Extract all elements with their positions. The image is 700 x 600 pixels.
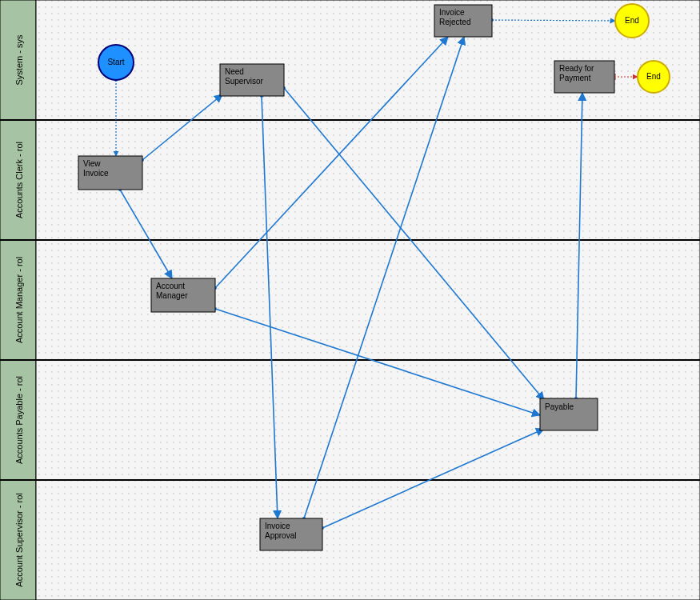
svg-text:Account
        Manager: Account Manager <box>156 282 188 300</box>
node-ready-payment[interactable]: Ready for Payment <box>554 61 614 93</box>
lane-label-sys: System - sys <box>14 34 24 85</box>
node-account-manager[interactable]: Account Manager <box>151 278 215 312</box>
node-end-2[interactable]: End <box>638 61 670 93</box>
lane-body-sup <box>36 480 700 600</box>
node-start[interactable]: Start <box>98 45 134 80</box>
node-invoice-rejected[interactable]: Invoice Rejected <box>434 5 492 37</box>
node-view-invoice[interactable]: View Invoice <box>78 156 142 190</box>
lane-label-sup: Account Supervisor - rol <box>14 493 24 586</box>
svg-text:End: End <box>625 16 639 25</box>
lane-body-mgr <box>36 240 700 360</box>
svg-text:Ready for
        Payment: Ready for Payment <box>559 64 596 82</box>
svg-text:Invoice
        Approval: Invoice Approval <box>265 522 296 540</box>
svg-text:Invoice
        Rejected: Invoice Rejected <box>439 8 470 26</box>
lane-body-sys <box>36 0 700 120</box>
svg-text:Payable: Payable <box>545 402 574 411</box>
lane-label-ap: Accounts Payable - rol <box>14 376 24 464</box>
node-invoice-approval[interactable]: Invoice Approval <box>260 518 322 550</box>
lane-label-mgr: Account Manager - rol <box>14 257 24 343</box>
lane-body-ap <box>36 360 700 480</box>
swimlane-diagram: System - sys Accounts Clerk - rol Accoun… <box>0 0 700 600</box>
node-end-1[interactable]: End <box>615 4 649 38</box>
node-payable[interactable]: Payable <box>540 398 598 430</box>
svg-text:End: End <box>646 72 661 81</box>
node-need-supervisor[interactable]: Need Supervisor <box>220 64 284 96</box>
svg-text:Start: Start <box>107 58 124 66</box>
lane-label-clerk: Accounts Clerk - rol <box>14 142 24 218</box>
